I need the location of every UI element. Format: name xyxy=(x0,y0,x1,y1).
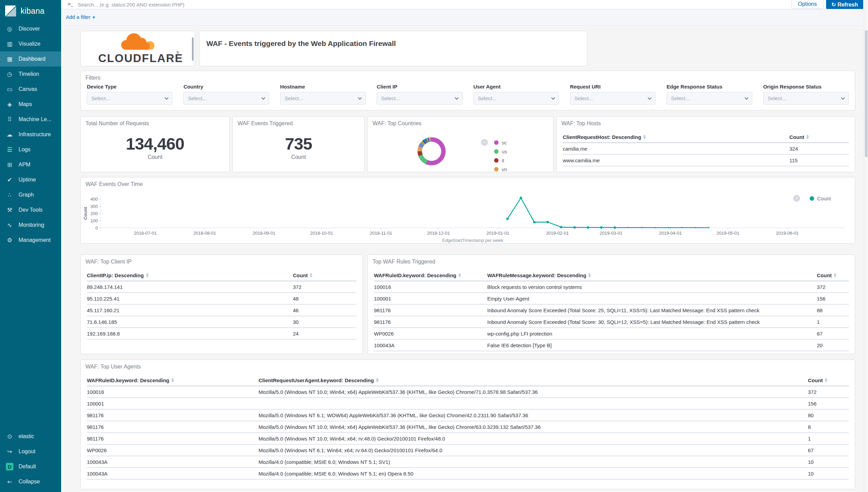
filter-select-client-ip[interactable]: Select... xyxy=(377,92,462,105)
table-row[interactable]: 100016Block requests to version control … xyxy=(374,281,849,293)
sidebar-item-graph[interactable]: ∴Graph xyxy=(0,187,61,202)
kibana-logo[interactable]: kibana xyxy=(0,0,61,21)
table-cell: 372 xyxy=(293,284,356,290)
table-row[interactable]: 192.169.188.824 xyxy=(87,328,356,340)
table-cell: 30 xyxy=(293,319,356,325)
metric-label: Count xyxy=(81,154,229,160)
panel-title: Total Number of Requests xyxy=(81,117,229,127)
legend-item-us[interactable]: us xyxy=(494,147,507,156)
column-header-count[interactable]: Count xyxy=(817,272,845,278)
column-header-clientip-ip[interactable]: ClientIP.ip: Descending xyxy=(87,272,289,278)
sidebar-item-default[interactable]: DDefault xyxy=(0,459,61,474)
table-row[interactable]: 981176Inbound Anomaly Score Exceeded (To… xyxy=(374,305,849,316)
filter-select-request-uri[interactable]: Select... xyxy=(570,92,655,105)
table-row[interactable]: 100043AFalse IE6 detection [Type B]20 xyxy=(374,340,849,351)
legend-item-vn[interactable]: vn xyxy=(494,165,507,172)
panel-scrollbar[interactable] xyxy=(192,37,194,61)
table-row[interactable]: 100043AMozilla/4.0 (compatible; MSIE 6.0… xyxy=(87,456,849,468)
column-header-clientrequestuseragent-keyword[interactable]: ClientRequestUserAgent.keyword: Descendi… xyxy=(259,377,804,383)
table-row[interactable]: 981176Mozilla/5.0 (Windows NT 10.0; Win6… xyxy=(87,433,849,445)
column-header-count[interactable]: Count xyxy=(808,377,845,383)
collapse-arrow-icon: ← xyxy=(6,478,13,485)
search-input[interactable] xyxy=(78,0,661,9)
column-header-wafruleid-keyword[interactable]: WAFRuleID.keyword: Descending xyxy=(87,377,255,383)
legend-item-it[interactable]: it xyxy=(494,156,507,165)
sidebar-item-monitoring[interactable]: ∿Monitoring xyxy=(0,218,61,233)
table-row[interactable]: 95.110.225.4148 xyxy=(87,293,356,305)
logs-icon: ☰ xyxy=(6,146,13,153)
table-row[interactable]: 981176Mozilla/5.0 (Windows NT 10.0; Win6… xyxy=(87,421,849,433)
sidebar-item-discover[interactable]: ◎Discover xyxy=(0,21,61,36)
sidebar-item-visualize[interactable]: ▥Visualize xyxy=(0,36,61,51)
chevron-down-icon xyxy=(165,96,169,99)
column-header-clientrequesthost[interactable]: ClientRequestHost: Descending xyxy=(563,134,786,140)
countries-donut-chart[interactable] xyxy=(418,137,446,165)
sidebar-item-elastic[interactable]: ⊙elastic xyxy=(0,429,61,444)
sidebar-item-dev-tools[interactable]: ⚒Dev Tools xyxy=(0,202,61,218)
legend-collapse-chevron-icon[interactable]: › xyxy=(481,139,488,146)
select-placeholder: Select... xyxy=(188,95,206,101)
panel-title: Top WAF Rules Triggered xyxy=(368,255,855,265)
filter-select-hostname[interactable]: Select... xyxy=(280,92,366,105)
sidebar-item-dashboard[interactable]: ▦Dashboard xyxy=(0,51,61,67)
sidebar-item-label: Monitoring xyxy=(19,222,44,228)
table-row[interactable]: WP0026Mozilla/5.0 (Windows NT 6.1; Win64… xyxy=(87,445,849,456)
canvas-icon: ▭ xyxy=(6,86,13,93)
table-cell: 1 xyxy=(808,436,849,442)
select-placeholder: Select... xyxy=(768,95,786,101)
table-cell: 89.248.174.141 xyxy=(87,284,293,290)
table-row[interactable]: 100043AMozilla/4.0 (compatible; MSIE 6.0… xyxy=(87,468,849,480)
scrollbar-thumb[interactable] xyxy=(865,30,868,157)
table-row[interactable]: www.camilia.me115 xyxy=(563,155,849,166)
sort-icon xyxy=(376,378,379,382)
filter-select-user-agent[interactable]: Select... xyxy=(473,92,559,105)
chevron-down-icon xyxy=(648,96,652,99)
column-header-label: Count xyxy=(808,377,823,383)
sort-icon xyxy=(310,273,312,277)
sidebar-item-timelion[interactable]: ◷Timelion xyxy=(0,67,61,82)
sidebar-item-machine-le[interactable]: ⠿Machine Le... xyxy=(0,112,61,127)
table-row[interactable]: 981176Mozilla/5.0 (Windows NT 6.1; WOW64… xyxy=(87,410,849,421)
sidebar-item-infrastructure[interactable]: ☁Infrastructure xyxy=(0,127,61,142)
filter-select-origin-response-status[interactable]: Select... xyxy=(763,92,849,105)
sidebar-item-canvas[interactable]: ▭Canvas xyxy=(0,82,61,97)
table-cell: 100016 xyxy=(374,284,487,290)
table-row[interactable]: 100016Mozilla/5.0 (Windows NT 10.0; Win6… xyxy=(87,386,849,398)
legend-collapse-chevron-icon[interactable]: › xyxy=(793,195,800,202)
sidebar-item-maps[interactable]: ◈Maps xyxy=(0,97,61,112)
table-row[interactable]: WP0026wp-config.php LFI protection67 xyxy=(374,328,849,340)
sidebar-item-uptime[interactable]: ✔Uptime xyxy=(0,172,61,187)
table-cell: 372 xyxy=(808,389,849,395)
sort-icon xyxy=(806,135,809,139)
table-row[interactable]: camilia.me324 xyxy=(563,143,849,155)
column-header-count[interactable]: Count xyxy=(293,272,353,278)
column-header-wafruleid-keyword[interactable]: WAFRuleID.keyword: Descending xyxy=(374,272,484,278)
column-header-wafrulemessage-keyword[interactable]: WAFRuleMessage.keyword: Descending xyxy=(487,272,813,278)
sidebar-item-logs[interactable]: ☰Logs xyxy=(0,142,61,157)
filter-group-origin-response-status: Origin Response StatusSelect... xyxy=(763,84,849,105)
column-header-label: ClientRequestUserAgent.keyword: Descendi… xyxy=(259,377,374,383)
refresh-button[interactable]: ↻ Refresh xyxy=(826,0,863,9)
sidebar-item-management[interactable]: ⚙Management xyxy=(0,233,61,248)
filter-select-country[interactable]: Select... xyxy=(183,92,269,105)
sidebar-item-apm[interactable]: ⊞APM xyxy=(0,157,61,172)
table-row[interactable]: 100001Empty User-Agent156 xyxy=(374,293,849,305)
table-row[interactable]: 981176Inbound Anomaly Score Exceeded (To… xyxy=(374,316,849,328)
legend-item-sc[interactable]: sc xyxy=(494,138,507,147)
table-row[interactable]: 89.248.174.141372 xyxy=(87,281,356,293)
filter-select-device-type[interactable]: Select... xyxy=(87,92,172,105)
dashboard-grid: CLOUDFLARE ® WAF - Events triggered by t… xyxy=(61,26,868,492)
legend-item-Count[interactable]: Count xyxy=(810,194,831,203)
table-cell: 981176 xyxy=(374,319,487,325)
sidebar-item-collapse[interactable]: ←Collapse xyxy=(0,474,61,489)
table-row[interactable]: 45.117.160.2146 xyxy=(87,305,356,316)
add-filter-link[interactable]: Add a filter+ xyxy=(66,14,95,20)
sidebar-item-logout[interactable]: ↪Logout xyxy=(0,444,61,459)
page-scrollbar[interactable] xyxy=(864,0,868,492)
infrastructure-icon: ☁ xyxy=(6,131,13,138)
filter-select-edge-response-status[interactable]: Select... xyxy=(666,92,752,105)
options-button[interactable]: Options xyxy=(791,0,823,9)
column-header-count[interactable]: Count xyxy=(789,134,845,140)
table-row[interactable]: 100001156 xyxy=(87,398,849,410)
table-row[interactable]: 71.6.146.18530 xyxy=(87,316,356,328)
